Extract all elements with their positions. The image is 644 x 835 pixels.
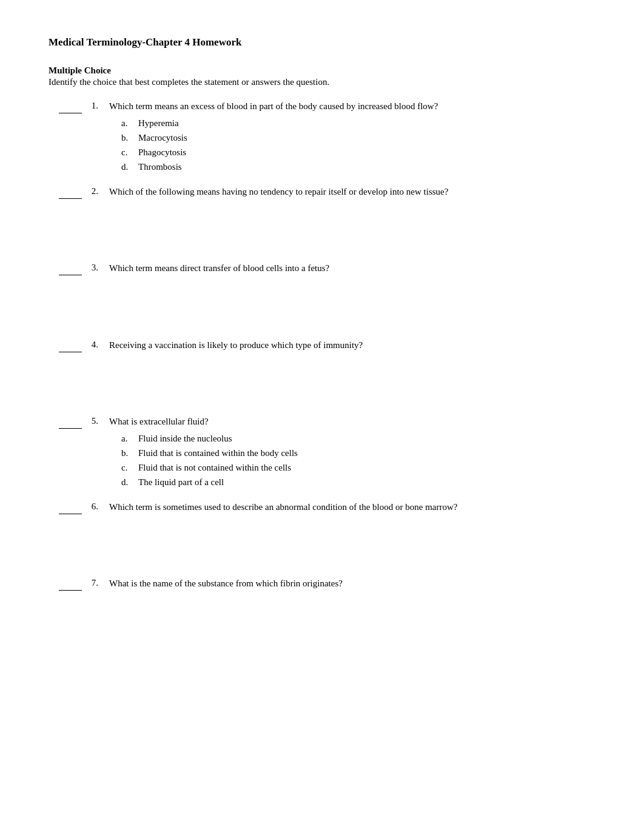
answer-blank-6[interactable] bbox=[59, 503, 82, 514]
choice-item-1-1: b.Macrocytosis bbox=[121, 130, 595, 145]
answer-blank-1[interactable] bbox=[59, 102, 82, 113]
question-content-2: Which of the following means having no t… bbox=[109, 185, 595, 256]
question-number-col-3: 3. bbox=[49, 261, 109, 275]
choice-text-5-1: Fluid that is contained within the body … bbox=[138, 446, 298, 460]
choice-text-5-0: Fluid inside the nucleolus bbox=[138, 431, 232, 446]
choice-letter-1-0: a. bbox=[121, 116, 138, 130]
choice-letter-1-3: d. bbox=[121, 159, 138, 174]
question-number-col-1: 1. bbox=[49, 99, 109, 113]
choice-letter-5-2: c. bbox=[121, 460, 138, 475]
choice-text-5-3: The liquid part of a cell bbox=[138, 475, 224, 489]
choice-text-1-0: Hyperemia bbox=[138, 116, 179, 130]
question-number-col-7: 7. bbox=[49, 577, 109, 591]
question-text-2: Which of the following means having no t… bbox=[109, 185, 595, 199]
question-content-1: Which term means an excess of blood in p… bbox=[109, 99, 595, 179]
question-content-3: Which term means direct transfer of bloo… bbox=[109, 261, 595, 332]
choice-item-1-0: a.Hyperemia bbox=[121, 116, 595, 130]
question-block-1: 1.Which term means an excess of blood in… bbox=[49, 99, 595, 179]
choice-text-1-2: Phagocytosis bbox=[138, 145, 186, 159]
question-text-4: Receiving a vaccination is likely to pro… bbox=[109, 338, 595, 352]
choice-item-1-2: c.Phagocytosis bbox=[121, 145, 595, 159]
question-block-3: 3.Which term means direct transfer of bl… bbox=[49, 261, 595, 332]
question-number-label-3: 3. bbox=[92, 263, 98, 273]
spacer-4 bbox=[109, 354, 595, 409]
question-content-4: Receiving a vaccination is likely to pro… bbox=[109, 338, 595, 409]
choice-item-1-3: d.Thrombosis bbox=[121, 159, 595, 174]
choice-letter-1-1: b. bbox=[121, 130, 138, 145]
question-content-7: What is the name of the substance from w… bbox=[109, 577, 595, 593]
question-block-5: 5.What is extracellular fluid?a.Fluid in… bbox=[49, 415, 595, 494]
question-block-6: 6.Which term is sometimes used to descri… bbox=[49, 500, 595, 571]
answer-blank-2[interactable] bbox=[59, 188, 82, 199]
page-title: Medical Terminology-Chapter 4 Homework bbox=[49, 36, 595, 49]
question-text-3: Which term means direct transfer of bloo… bbox=[109, 261, 595, 275]
question-number-label-2: 2. bbox=[92, 186, 98, 196]
question-block-2: 2.Which of the following means having no… bbox=[49, 185, 595, 256]
spacer-2 bbox=[109, 201, 595, 255]
question-number-col-4: 4. bbox=[49, 338, 109, 352]
question-text-7: What is the name of the substance from w… bbox=[109, 577, 595, 591]
answer-blank-3[interactable] bbox=[59, 264, 82, 275]
question-content-5: What is extracellular fluid?a.Fluid insi… bbox=[109, 415, 595, 494]
question-number-col-5: 5. bbox=[49, 415, 109, 429]
question-text-5: What is extracellular fluid? bbox=[109, 415, 595, 429]
section-label: Multiple Choice bbox=[49, 65, 595, 76]
choice-letter-5-3: d. bbox=[121, 475, 138, 489]
question-number-col-6: 6. bbox=[49, 500, 109, 514]
question-number-label-7: 7. bbox=[92, 578, 98, 588]
spacer-3 bbox=[109, 278, 595, 332]
section-instruction: Identify the choice that best completes … bbox=[49, 77, 595, 87]
question-number-label-4: 4. bbox=[92, 340, 98, 350]
choice-text-1-3: Thrombosis bbox=[138, 159, 182, 174]
questions-container: 1.Which term means an excess of blood in… bbox=[49, 99, 595, 593]
choice-item-5-3: d.The liquid part of a cell bbox=[121, 475, 595, 489]
question-text-6: Which term is sometimes used to describe… bbox=[109, 500, 595, 514]
question-content-6: Which term is sometimes used to describe… bbox=[109, 500, 595, 571]
choice-letter-5-0: a. bbox=[121, 431, 138, 446]
choice-letter-5-1: b. bbox=[121, 446, 138, 460]
question-text-1: Which term means an excess of blood in p… bbox=[109, 99, 595, 113]
question-block-7: 7.What is the name of the substance from… bbox=[49, 577, 595, 593]
spacer-6 bbox=[109, 516, 595, 571]
choices-list-5: a.Fluid inside the nucleolusb.Fluid that… bbox=[109, 431, 595, 489]
choice-item-5-0: a.Fluid inside the nucleolus bbox=[121, 431, 595, 446]
question-number-label-1: 1. bbox=[92, 101, 98, 111]
question-number-col-2: 2. bbox=[49, 185, 109, 199]
answer-blank-5[interactable] bbox=[59, 418, 82, 429]
choice-item-5-2: c.Fluid that is not contained within the… bbox=[121, 460, 595, 475]
answer-blank-7[interactable] bbox=[59, 580, 82, 591]
question-number-label-5: 5. bbox=[92, 416, 98, 426]
choice-letter-1-2: c. bbox=[121, 145, 138, 159]
question-block-4: 4.Receiving a vaccination is likely to p… bbox=[49, 338, 595, 409]
answer-blank-4[interactable] bbox=[59, 341, 82, 352]
choice-item-5-1: b.Fluid that is contained within the bod… bbox=[121, 446, 595, 460]
choice-text-5-2: Fluid that is not contained within the c… bbox=[138, 460, 291, 475]
choices-list-1: a.Hyperemiab.Macrocytosisc.Phagocytosisd… bbox=[109, 116, 595, 174]
choice-text-1-1: Macrocytosis bbox=[138, 130, 187, 145]
question-number-label-6: 6. bbox=[92, 501, 98, 512]
